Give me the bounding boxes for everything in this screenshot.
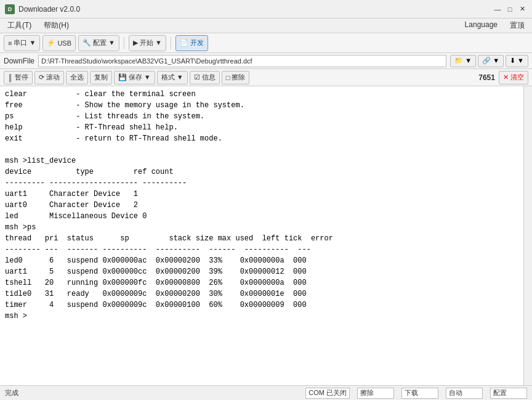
copy-label: 复制 — [94, 73, 108, 82]
scroll-icon: ⟳ — [39, 73, 44, 81]
scroll-label: 滚动 — [46, 73, 60, 82]
toolbar-separator — [124, 37, 124, 49]
terminal-output[interactable]: clear - clear the terminal screen free -… — [0, 86, 523, 385]
auto-status: 自动 — [446, 388, 483, 399]
scrollbar[interactable] — [523, 86, 532, 385]
downfile-bar: DownFile 📁 ▼ 🔗 ▼ ⬇ ▼ — [0, 53, 532, 69]
config-icon: 🔧 — [83, 39, 91, 47]
app-title: Downloader v2.0.0 — [18, 5, 80, 14]
pause-btn[interactable]: ║ 暂停 — [4, 71, 33, 84]
downfile-download-btn[interactable]: ⬇ ▼ — [506, 55, 528, 67]
copy-btn[interactable]: 复制 — [90, 71, 112, 84]
window-controls: — □ ✕ — [493, 4, 527, 14]
toolbar-config-btn[interactable]: 🔧 配置 ▼ — [78, 35, 119, 51]
toolbar-serial-btn[interactable]: ≡ 串口 ▼ — [4, 35, 40, 51]
terminal-container: clear - clear the terminal screen free -… — [0, 86, 532, 385]
config-label: 配置 ▼ — [93, 38, 115, 47]
dev-icon: 📄 — [180, 39, 188, 47]
info-label: 信息 — [202, 73, 216, 82]
downfile-label: DownFile — [4, 57, 34, 65]
erase-btn[interactable]: □ 擦除 — [222, 71, 250, 84]
link-icon: 🔗 ▼ — [482, 57, 499, 65]
dev-label: 开发 — [190, 38, 204, 47]
downfile-link-btn[interactable]: 🔗 ▼ — [478, 55, 504, 67]
toolbar-separator2 — [171, 37, 171, 49]
save-label: 保存 ▼ — [129, 73, 151, 82]
usb-icon: ⚡ — [47, 39, 55, 47]
terminal-text: clear - clear the terminal screen free -… — [5, 89, 518, 322]
save-btn[interactable]: 💾 保存 ▼ — [114, 71, 155, 84]
serial-label: 串口 ▼ — [14, 38, 36, 47]
downfile-path-input[interactable] — [38, 55, 446, 67]
info-icon: ☑ — [194, 73, 200, 81]
action-bar: ║ 暂停 ⟳ 滚动 全选 复制 💾 保存 ▼ 格式 ▼ ☑ 信息 □ 擦除 76… — [0, 69, 532, 86]
com-status: COM 已关闭 — [305, 388, 350, 399]
download-status: 下载 — [401, 388, 438, 399]
maximize-button[interactable]: □ — [505, 4, 515, 14]
format-label: 格式 ▼ — [161, 73, 183, 82]
format-btn[interactable]: 格式 ▼ — [157, 71, 188, 84]
download-icon: ⬇ ▼ — [510, 57, 524, 65]
usb-label: USB — [57, 39, 71, 47]
menu-tools[interactable]: 工具(T) — [5, 19, 34, 32]
downfile-folder-btn[interactable]: 📁 ▼ — [450, 55, 476, 67]
toolbar: ≡ 串口 ▼ ⚡ USB 🔧 配置 ▼ ▶ 开始 ▼ 📄 开发 — [0, 33, 532, 53]
close-button[interactable]: ✕ — [517, 4, 527, 14]
pause-label: 暂停 — [15, 73, 28, 82]
config-status: 配置 — [490, 388, 527, 399]
app-icon: D — [5, 4, 15, 14]
scroll-btn[interactable]: ⟳ 滚动 — [34, 71, 64, 84]
pause-icon: ║ — [8, 74, 13, 81]
toolbar-start-btn[interactable]: ▶ 开始 ▼ — [129, 35, 166, 51]
select-all-label: 全选 — [70, 73, 84, 82]
minimize-button[interactable]: — — [493, 4, 502, 14]
char-count: 7651 — [478, 73, 495, 82]
status-text: 完成 — [5, 388, 18, 398]
select-all-btn[interactable]: 全选 — [66, 71, 88, 84]
erase-icon: □ — [226, 74, 230, 81]
toolbar-usb-btn[interactable]: ⚡ USB — [42, 35, 76, 51]
menu-help[interactable]: 帮助(H) — [41, 19, 71, 32]
save-icon: 💾 — [118, 73, 127, 81]
clear-btn[interactable]: ✕ 清空 — [499, 71, 528, 84]
toolbar-dev-btn[interactable]: 📄 开发 — [175, 35, 208, 51]
start-label: 开始 ▼ — [140, 38, 162, 47]
erase-status: 擦除 — [357, 388, 394, 399]
menu-language[interactable]: Language — [462, 19, 500, 32]
start-icon: ▶ — [133, 39, 138, 47]
erase-label: 擦除 — [232, 73, 245, 82]
info-btn[interactable]: ☑ 信息 — [190, 71, 220, 84]
title-bar: D Downloader v2.0.0 — □ ✕ — [0, 0, 532, 18]
menu-bar: 工具(T) 帮助(H) Language 置顶 — [0, 18, 532, 33]
serial-icon: ≡ — [8, 39, 12, 47]
status-bar: 完成 COM 已关闭 擦除 下载 自动 配置 — [0, 385, 532, 400]
folder-icon: 📁 ▼ — [454, 57, 472, 65]
menu-topmost[interactable]: 置顶 — [507, 19, 527, 32]
